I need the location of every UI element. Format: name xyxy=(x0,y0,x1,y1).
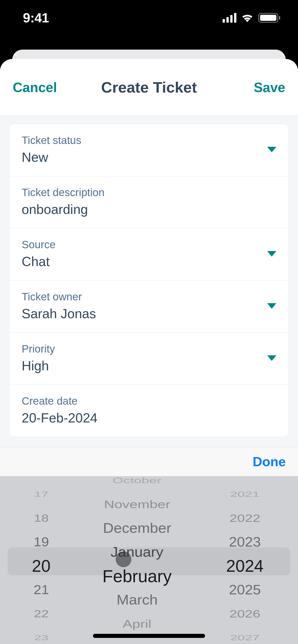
cancel-button[interactable]: Cancel xyxy=(13,80,57,95)
month-wheel[interactable]: October November December January Februa… xyxy=(75,476,199,644)
picker-done-button[interactable]: Done xyxy=(253,454,286,469)
picker-wheels: 16 17 18 19 20 21 22 23 24 October Nove xyxy=(0,476,298,644)
wheel-item: 2023 xyxy=(229,531,261,553)
day-wheel[interactable]: 16 17 18 19 20 21 22 23 24 xyxy=(8,476,75,644)
create-date-value: 20-Feb-2024 xyxy=(22,410,98,426)
ticket-owner-label: Ticket owner xyxy=(22,291,96,303)
priority-value: High xyxy=(22,358,55,373)
wheel-item: 2021 xyxy=(230,488,260,501)
priority-label: Priority xyxy=(22,343,55,355)
modal-sheet: Cancel Create Ticket Save Ticket status … xyxy=(0,59,298,644)
wheel-item: October xyxy=(113,476,161,487)
wheel-item-selected: 20 xyxy=(32,554,50,578)
wheel-item: December xyxy=(103,518,171,539)
picker-toolbar: Done xyxy=(0,447,298,476)
home-indicator[interactable] xyxy=(93,634,205,638)
ticket-status-field[interactable]: Ticket status New xyxy=(9,124,289,176)
device-frame: 9:41 Cancel Create Ticket S xyxy=(0,0,298,644)
wheel-item: 2027 xyxy=(230,632,260,644)
wheel-item: 2022 xyxy=(229,509,260,527)
ticket-owner-value: Sarah Jonas xyxy=(22,306,96,321)
ticket-description-field[interactable]: Ticket description onboarding xyxy=(9,176,289,228)
status-bar: 9:41 xyxy=(0,0,298,36)
wheel-item: 21 xyxy=(33,579,49,601)
create-date-label: Create date xyxy=(22,395,98,407)
wheel-item: May xyxy=(124,642,150,644)
wheel-item-selected: 2024 xyxy=(226,554,264,578)
status-indicators xyxy=(223,13,280,23)
ticket-properties-card: Ticket status New Ticket description onb… xyxy=(9,124,289,437)
wheel-item: 22 xyxy=(34,605,49,622)
cellular-signal-icon xyxy=(223,13,236,23)
wheel-item: April xyxy=(123,615,152,633)
wheel-item: 18 xyxy=(34,509,49,527)
wheel-item: November xyxy=(104,496,170,513)
chevron-down-icon xyxy=(267,147,276,152)
wheel-item: 2025 xyxy=(229,579,261,601)
chevron-down-icon xyxy=(267,303,276,309)
priority-field[interactable]: Priority High xyxy=(9,333,289,385)
source-field[interactable]: Source Chat xyxy=(9,228,289,281)
wheel-item: 23 xyxy=(34,632,48,644)
nav-bar: Cancel Create Ticket Save xyxy=(0,59,298,116)
ticket-owner-field[interactable]: Ticket owner Sarah Jonas xyxy=(9,281,289,333)
chevron-down-icon xyxy=(267,355,276,361)
source-value: Chat xyxy=(22,254,56,269)
save-button[interactable]: Save xyxy=(254,80,285,95)
wheel-item-selected: February xyxy=(102,564,172,588)
ticket-status-label: Ticket status xyxy=(22,134,81,147)
create-date-field[interactable]: Create date 20-Feb-2024 xyxy=(9,385,289,437)
date-picker-panel: Done 16 17 18 19 20 21 22 23 24 xyxy=(0,447,298,644)
source-label: Source xyxy=(22,239,56,251)
wheel-item: January xyxy=(111,541,163,563)
ticket-description-label: Ticket description xyxy=(22,186,104,199)
ticket-description-value: onboarding xyxy=(22,202,104,217)
status-time: 9:41 xyxy=(23,10,49,25)
ticket-status-value: New xyxy=(22,150,81,165)
wheel-item: March xyxy=(116,589,158,611)
wheel-item: 17 xyxy=(34,488,48,501)
wheel-item: 2026 xyxy=(229,605,260,622)
battery-icon xyxy=(258,13,280,23)
wheel-item: 19 xyxy=(33,531,49,553)
year-wheel[interactable]: 2020 2021 2022 2023 2024 2025 2026 2027 … xyxy=(199,476,290,644)
chevron-down-icon xyxy=(267,251,276,257)
wifi-icon xyxy=(241,13,254,23)
